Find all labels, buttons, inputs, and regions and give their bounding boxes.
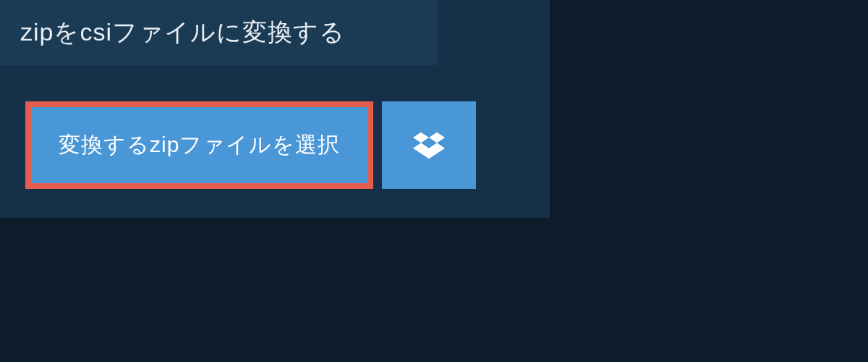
dropbox-button[interactable]	[382, 101, 476, 189]
converter-panel: zipをcsiファイルに変換する 変換するzipファイルを選択	[0, 0, 550, 218]
page-title: zipをcsiファイルに変換する	[20, 16, 417, 49]
select-file-label: 変換するzipファイルを選択	[59, 132, 340, 156]
title-bar: zipをcsiファイルに変換する	[0, 0, 438, 65]
button-row: 変換するzipファイルを選択	[25, 101, 550, 189]
select-file-button[interactable]: 変換するzipファイルを選択	[25, 101, 373, 189]
dropbox-icon	[413, 130, 445, 161]
